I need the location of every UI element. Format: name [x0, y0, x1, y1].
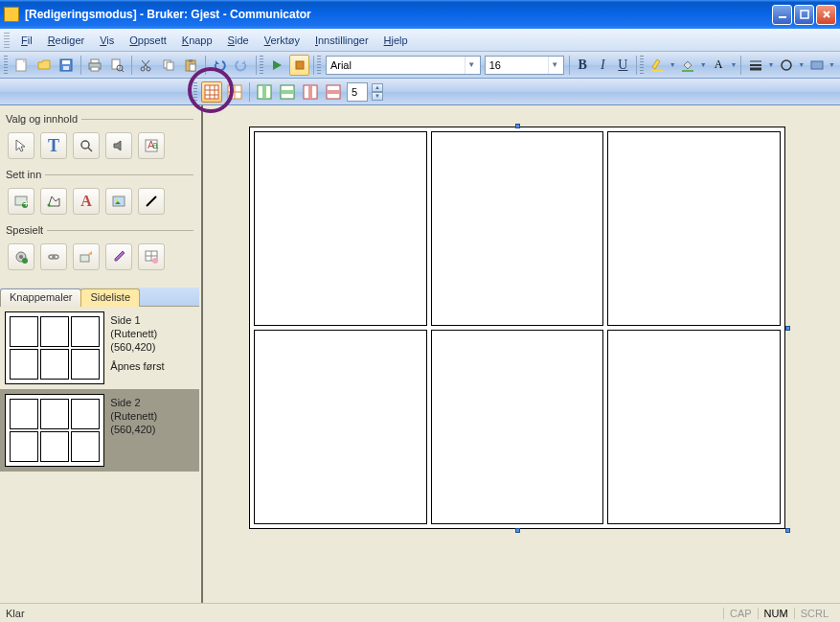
menu-button[interactable]: Knapp: [174, 32, 220, 49]
sound-tool[interactable]: [105, 132, 132, 159]
stop-button[interactable]: [289, 55, 309, 76]
tab-pagelist[interactable]: Sideliste: [80, 288, 140, 307]
chevron-down-icon: ▼: [465, 57, 478, 74]
insert-button-tool[interactable]: +: [8, 188, 34, 215]
dropdown-arrow[interactable]: ▼: [797, 61, 806, 68]
menu-layout[interactable]: Oppsett: [122, 32, 174, 49]
toolbar-grip: [317, 56, 321, 75]
menu-page[interactable]: Side: [220, 32, 257, 49]
pointer-tool[interactable]: [8, 132, 34, 159]
grid-delete-row-button[interactable]: [323, 81, 344, 103]
canvas-area[interactable]: [201, 105, 840, 603]
grid-insert-row-button[interactable]: [277, 81, 298, 103]
svg-rect-1: [801, 11, 808, 18]
selection-handle[interactable]: [785, 528, 790, 533]
grid-cell[interactable]: [431, 330, 604, 524]
dropdown-arrow[interactable]: ▼: [767, 61, 776, 68]
menu-help[interactable]: Hjelp: [376, 32, 416, 49]
cut-button[interactable]: [136, 55, 156, 76]
menu-view[interactable]: Vis: [92, 32, 122, 49]
svg-text:a: a: [152, 139, 159, 150]
svg-line-58: [147, 196, 156, 206]
menu-file[interactable]: Fil: [13, 32, 40, 49]
border-style-button[interactable]: [745, 55, 765, 76]
undo-button[interactable]: [209, 55, 229, 76]
menu-tools[interactable]: Verktøy: [257, 32, 307, 49]
insert-image-tool[interactable]: [105, 188, 132, 215]
menu-edit[interactable]: Rediger: [40, 32, 93, 49]
status-cap: CAP: [723, 608, 758, 619]
grid-spin[interactable]: 5: [347, 82, 368, 102]
grid-delete-col-button[interactable]: [300, 81, 321, 103]
symbol-tool[interactable]: Aa: [138, 132, 165, 159]
insert-line-tool[interactable]: [138, 188, 165, 215]
special-settings-tool[interactable]: [8, 243, 34, 270]
close-button[interactable]: [816, 5, 836, 25]
highlight-color-button[interactable]: [647, 55, 668, 76]
dropdown-arrow[interactable]: ▼: [669, 61, 677, 68]
maximize-button[interactable]: [794, 5, 814, 25]
bold-button[interactable]: B: [573, 55, 593, 76]
font-value: Arial: [330, 59, 465, 71]
insert-text-tool[interactable]: A: [73, 188, 100, 215]
group-title-insert: Sett inn: [6, 169, 193, 180]
grid-cell[interactable]: [607, 131, 781, 326]
selection-handle[interactable]: [515, 528, 520, 533]
grid-button-2[interactable]: [224, 81, 245, 103]
italic-button[interactable]: I: [593, 55, 613, 76]
shape-circle-button[interactable]: [776, 55, 796, 76]
page-list[interactable]: Side 1 (Rutenett) (560,420) Åpnes først …: [0, 307, 199, 603]
redo-button[interactable]: [232, 55, 252, 76]
print-preview-button[interactable]: [107, 55, 127, 76]
page-canvas[interactable]: [249, 127, 785, 529]
page-item-2[interactable]: Side 2 (Rutenett) (560,420): [0, 389, 199, 472]
fill-color-button[interactable]: [678, 55, 698, 76]
insert-shape-tool[interactable]: [40, 188, 67, 215]
shape-rect-button[interactable]: [806, 55, 827, 76]
eyedropper-tool[interactable]: [105, 243, 132, 270]
underline-button[interactable]: U: [613, 55, 633, 76]
toolbar-grip: [4, 56, 8, 75]
grid-button-1[interactable]: [201, 81, 222, 103]
font-color-button[interactable]: A: [709, 55, 729, 76]
selection-handle[interactable]: [515, 124, 520, 128]
group-title-selection: Valg og innhold: [6, 113, 193, 125]
grid-cell[interactable]: [607, 330, 781, 524]
copy-button[interactable]: [158, 55, 178, 76]
spin-down[interactable]: ▼: [372, 92, 383, 101]
status-text: Klar: [6, 608, 25, 619]
special-link-tool[interactable]: [40, 243, 67, 270]
dropdown-arrow[interactable]: ▼: [699, 61, 708, 68]
play-button[interactable]: [267, 55, 287, 76]
new-button[interactable]: [11, 55, 32, 76]
font-size-combo[interactable]: 16 ▼: [485, 56, 564, 75]
selection-handle[interactable]: [785, 326, 790, 331]
font-combo[interactable]: Arial ▼: [326, 56, 481, 75]
open-button[interactable]: [34, 55, 54, 76]
print-button[interactable]: [84, 55, 104, 76]
tab-templates[interactable]: Knappemaler: [0, 288, 81, 307]
special-grid-tool[interactable]: [138, 243, 165, 270]
text-tool[interactable]: T: [40, 132, 67, 159]
grid-cell[interactable]: [254, 131, 427, 326]
save-button[interactable]: [56, 55, 76, 76]
grid-insert-col-button[interactable]: [254, 81, 275, 103]
grid-cell[interactable]: [254, 330, 427, 524]
spin-up[interactable]: ▲: [372, 83, 383, 92]
special-export-tool[interactable]: [73, 243, 100, 270]
dropdown-arrow[interactable]: ▼: [828, 61, 836, 68]
spin-arrows[interactable]: ▲▼: [372, 83, 383, 101]
dropdown-arrow[interactable]: ▼: [730, 61, 738, 68]
svg-rect-44: [308, 85, 312, 99]
zoom-tool[interactable]: [73, 132, 100, 159]
page-item-1[interactable]: Side 1 (Rutenett) (560,420) Åpnes først: [0, 307, 199, 389]
grid-cell[interactable]: [431, 131, 604, 326]
separator: [313, 56, 314, 75]
svg-rect-56: [113, 196, 125, 206]
tool-groups: Valg og innhold T Aa Sett inn + A Spesie…: [0, 105, 199, 288]
paste-button[interactable]: [180, 55, 200, 76]
svg-point-47: [81, 141, 89, 149]
minimize-button[interactable]: [772, 5, 792, 25]
menu-settings[interactable]: Innstillinger: [307, 32, 376, 49]
size-value: 16: [489, 59, 548, 71]
